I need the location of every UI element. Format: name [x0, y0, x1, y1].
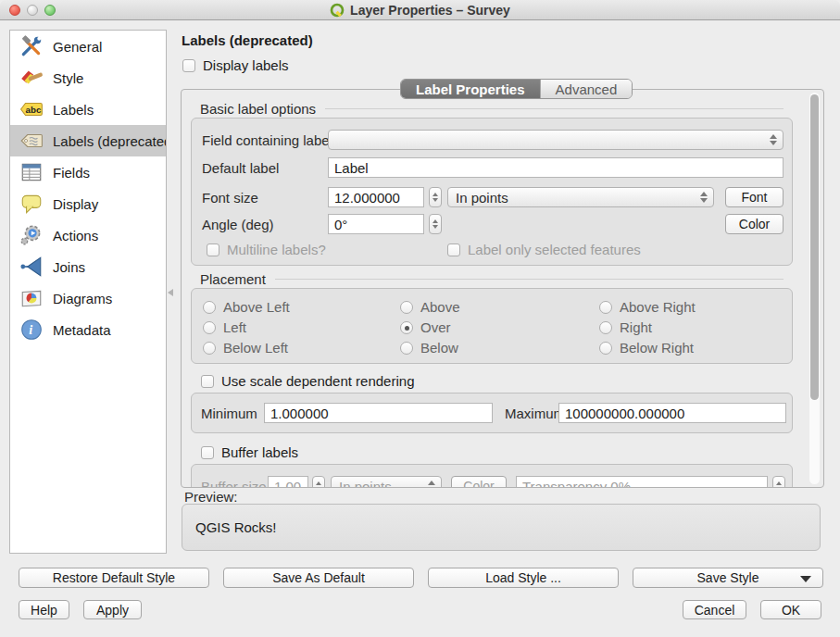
only-selected-label: Label only selected features [468, 242, 641, 257]
placement-group-title: Placement [200, 271, 784, 287]
display-labels-checkbox[interactable] [182, 59, 195, 72]
sidebar-item-label: Diagrams [53, 291, 112, 306]
close-window-button[interactable] [9, 5, 20, 16]
angle-input[interactable]: 0° [328, 214, 424, 234]
label-properties-panel: Basic label options Field containing lab… [181, 89, 824, 488]
combo-updown-icon [770, 134, 777, 145]
font-size-label: Font size [202, 190, 258, 206]
minimum-label: Minimum [201, 406, 257, 421]
sidebar-item-general[interactable]: General [10, 31, 166, 62]
save-style-label: Save Style [697, 570, 759, 585]
sidebar-item-labels-deprecated[interactable]: Labels (deprecated) [10, 125, 166, 156]
minimize-window-button[interactable] [27, 5, 38, 16]
placement-over[interactable]: Over [400, 319, 451, 335]
sidebar-item-label: General [53, 39, 102, 55]
sidebar-item-labels[interactable]: abc Labels [10, 94, 166, 125]
labels-icon: abc [19, 97, 44, 121]
tab-label-properties[interactable]: Label Properties [401, 80, 540, 98]
placement-below-right[interactable]: Below Right [599, 340, 694, 356]
font-size-stepper[interactable] [429, 187, 442, 207]
placement-above-left[interactable]: Above Left [203, 299, 290, 315]
sidebar-item-metadata[interactable]: i Metadata [10, 314, 166, 345]
preview-label: Preview: [184, 489, 238, 505]
scale-dependent-label: Use scale dependent rendering [221, 373, 414, 389]
default-label-label: Default label [202, 160, 279, 176]
sidebar-item-label: Style [53, 70, 83, 86]
buffer-size-stepper[interactable] [312, 476, 325, 488]
only-selected-checkbox[interactable] [447, 244, 460, 256]
sidebar-item-joins[interactable]: Joins [10, 251, 166, 282]
default-label-input[interactable]: Label [328, 157, 784, 178]
tab-advanced[interactable]: Advanced [540, 80, 633, 98]
scrollbar-thumb[interactable] [810, 94, 819, 400]
placement-above[interactable]: Above [400, 299, 460, 315]
actions-icon [19, 223, 44, 247]
placement-below[interactable]: Below [400, 340, 458, 356]
fields-icon [19, 160, 44, 184]
general-icon [19, 34, 44, 58]
load-style-button[interactable]: Load Style ... [428, 568, 619, 588]
dropdown-arrow-icon [800, 576, 811, 582]
sidebar-item-display[interactable]: Display [10, 188, 166, 219]
buffer-labels-checkbox[interactable] [201, 446, 214, 459]
ok-button[interactable]: OK [760, 600, 821, 619]
minimum-input[interactable]: 1.000000 [264, 403, 493, 423]
sidebar-item-label: Joins [53, 259, 85, 275]
sidebar-resize-handle[interactable] [168, 289, 173, 296]
zoom-window-button[interactable] [44, 5, 56, 16]
font-button[interactable]: Font [725, 187, 784, 207]
save-style-button[interactable]: Save Style [633, 568, 823, 588]
sidebar-item-diagrams[interactable]: Diagrams [10, 282, 166, 314]
multiline-labels-checkbox[interactable] [207, 244, 219, 256]
field-combo[interactable] [328, 130, 784, 150]
maximum-label: Maximum [505, 406, 565, 421]
tab-bar: Label Properties Advanced [400, 79, 633, 99]
buffer-transparency-stepper[interactable] [772, 476, 785, 488]
window-title: Layer Properties – Survey [350, 3, 510, 18]
sidebar-item-label: Metadata [53, 322, 111, 338]
buffer-units-combo[interactable]: In points [331, 476, 442, 488]
svg-text:abc: abc [26, 105, 42, 115]
buffer-size-input[interactable]: 1.00 [268, 476, 308, 488]
save-as-default-button[interactable]: Save As Default [223, 568, 414, 588]
labels-deprecated-icon [19, 129, 44, 153]
sidebar-item-actions[interactable]: Actions [10, 219, 166, 251]
buffer-size-label: Buffer size [201, 479, 267, 488]
vertical-scrollbar[interactable] [809, 93, 820, 484]
color-button[interactable]: Color [725, 214, 784, 234]
maximum-input[interactable]: 100000000.000000 [558, 403, 786, 423]
placement-group: Above Left Above Above Right Left Over R… [191, 288, 793, 364]
scale-dependent-row: Use scale dependent rendering [201, 373, 414, 389]
placement-below-left[interactable]: Below Left [203, 340, 288, 356]
angle-label: Angle (deg) [202, 217, 274, 232]
diagrams-icon [19, 286, 44, 310]
title-bar: Layer Properties – Survey [0, 0, 840, 20]
sidebar-item-style[interactable]: Style [10, 62, 166, 94]
restore-default-style-button[interactable]: Restore Default Style [19, 568, 209, 588]
combo-updown-icon [700, 192, 708, 203]
basic-options-group: Field containing label Default label Lab… [191, 118, 793, 266]
sidebar-item-label: Labels (deprecated) [53, 133, 167, 149]
buffer-labels-row: Buffer labels [201, 444, 298, 460]
preview-box: QGIS Rocks! [182, 504, 821, 551]
apply-button[interactable]: Apply [83, 600, 142, 619]
font-size-input[interactable]: 12.000000 [328, 187, 424, 207]
scale-dependent-checkbox[interactable] [201, 375, 214, 388]
page-title: Labels (deprecated) [182, 32, 313, 48]
placement-right[interactable]: Right [599, 319, 652, 335]
svg-text:i: i [29, 322, 32, 337]
preview-text: QGIS Rocks! [195, 519, 277, 535]
buffer-transparency-field[interactable]: Transparency 0% [516, 476, 768, 488]
font-units-combo[interactable]: In points [447, 187, 714, 207]
cancel-button[interactable]: Cancel [683, 600, 746, 619]
angle-stepper[interactable] [429, 214, 442, 234]
display-labels-row: Display labels [182, 57, 289, 73]
sidebar-item-fields[interactable]: Fields [10, 156, 166, 188]
joins-icon [19, 255, 44, 279]
placement-above-right[interactable]: Above Right [599, 299, 696, 315]
buffer-color-button[interactable]: Color [451, 476, 507, 488]
sidebar-item-label: Actions [53, 228, 98, 244]
placement-left[interactable]: Left [203, 319, 246, 335]
help-button[interactable]: Help [19, 600, 69, 619]
sidebar-item-label: Fields [53, 165, 90, 181]
